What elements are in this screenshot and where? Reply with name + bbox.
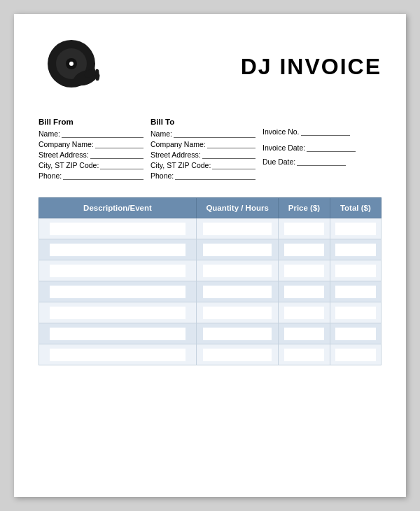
table-cell[interactable]	[330, 302, 381, 323]
bill-to-col: Bill To Name: Company Name: Street Addre…	[150, 118, 255, 182]
table-cell[interactable]	[330, 344, 381, 365]
table-row	[39, 302, 382, 323]
col-header-qty: Quantity / Hours	[196, 198, 278, 218]
bill-to-street-field[interactable]	[202, 150, 255, 159]
table-cell[interactable]	[39, 260, 197, 281]
bill-to-name-field[interactable]	[174, 130, 255, 138]
table-cell[interactable]	[330, 281, 381, 302]
table-row	[39, 323, 382, 344]
bill-to-name-row: Name:	[150, 130, 255, 138]
bill-to-company-field[interactable]	[207, 140, 255, 148]
table-cell[interactable]	[39, 281, 197, 302]
bill-from-city-label: City, ST ZIP Code:	[38, 161, 99, 169]
table-cell[interactable]	[279, 302, 330, 323]
invoice-no-field[interactable]	[301, 127, 350, 136]
table-cell[interactable]	[39, 302, 197, 323]
table-cell[interactable]	[196, 239, 278, 260]
bill-from-street-label: Street Address:	[38, 150, 89, 159]
bill-from-phone-label: Phone:	[38, 172, 62, 180]
table-row	[39, 260, 382, 281]
table-cell[interactable]	[39, 344, 197, 365]
header: DJ INVOICE	[38, 35, 382, 98]
table-cell[interactable]	[39, 218, 197, 239]
invoice-title: DJ INVOICE	[115, 54, 382, 80]
col-header-total: Total ($)	[330, 198, 381, 218]
bill-from-company-row: Company Name:	[38, 140, 144, 148]
bill-from-street-field[interactable]	[90, 150, 144, 159]
due-date-label: Due Date:	[262, 158, 295, 166]
bill-from-city-field[interactable]	[100, 161, 144, 169]
bill-to-company-row: Company Name:	[150, 140, 255, 148]
table-cell[interactable]	[330, 218, 381, 239]
bill-from-company-field[interactable]	[95, 140, 144, 148]
table-row	[39, 281, 382, 302]
table-cell[interactable]	[39, 323, 197, 344]
invoice-info-col: Invoice No. Invoice Date: Due Date:	[262, 118, 382, 182]
table-cell[interactable]	[196, 344, 278, 365]
dj-logo-icon	[42, 37, 112, 97]
invoice-page: DJ INVOICE Bill From Name: Company Name:…	[14, 14, 406, 497]
bill-to-phone-row: Phone:	[150, 172, 255, 180]
svg-point-3	[69, 62, 74, 66]
logo-area	[38, 35, 115, 98]
bill-to-street-row: Street Address:	[150, 150, 255, 159]
table-cell[interactable]	[330, 239, 381, 260]
due-date-field[interactable]	[297, 158, 346, 166]
invoice-date-field[interactable]	[307, 144, 356, 152]
bill-from-street-row: Street Address:	[38, 150, 144, 159]
invoice-date-label: Invoice Date:	[262, 144, 305, 152]
table-cell[interactable]	[279, 344, 330, 365]
bill-to-phone-field[interactable]	[175, 172, 255, 180]
bill-to-city-field[interactable]	[212, 161, 255, 169]
table-row	[39, 239, 382, 260]
bill-to-city-label: City, ST ZIP Code:	[150, 161, 211, 169]
table-cell[interactable]	[39, 239, 197, 260]
table-row	[39, 218, 382, 239]
due-date-row: Due Date:	[262, 158, 382, 166]
table-cell[interactable]	[196, 218, 278, 239]
table-header-row: Description/Event Quantity / Hours Price…	[39, 198, 382, 218]
table-cell[interactable]	[279, 281, 330, 302]
bill-from-col: Bill From Name: Company Name: Street Add…	[38, 118, 144, 182]
bill-from-phone-field[interactable]	[63, 172, 144, 180]
bill-to-street-label: Street Address:	[150, 150, 201, 159]
table-cell[interactable]	[196, 260, 278, 281]
invoice-date-row: Invoice Date:	[262, 144, 382, 152]
invoice-table: Description/Event Quantity / Hours Price…	[38, 197, 382, 365]
table-cell[interactable]	[196, 302, 278, 323]
bill-from-city-row: City, ST ZIP Code:	[38, 161, 144, 169]
table-cell[interactable]	[279, 218, 330, 239]
bill-to-name-label: Name:	[150, 130, 172, 138]
table-cell[interactable]	[279, 260, 330, 281]
invoice-no-row: Invoice No.	[262, 127, 382, 136]
invoice-no-label: Invoice No.	[262, 127, 300, 136]
table-cell[interactable]	[330, 323, 381, 344]
table-cell[interactable]	[330, 260, 381, 281]
bill-from-phone-row: Phone:	[38, 172, 144, 180]
bill-to-company-label: Company Name:	[150, 140, 206, 148]
bill-to-phone-label: Phone:	[150, 172, 174, 180]
bill-from-name-field[interactable]	[62, 130, 144, 138]
bill-from-company-label: Company Name:	[38, 140, 94, 148]
col-header-desc: Description/Event	[39, 198, 197, 218]
bill-to-city-row: City, ST ZIP Code:	[150, 161, 255, 169]
bill-from-name-row: Name:	[38, 130, 144, 138]
table-row	[39, 344, 382, 365]
table-cell[interactable]	[196, 281, 278, 302]
col-header-price: Price ($)	[279, 198, 330, 218]
table-cell[interactable]	[279, 239, 330, 260]
bill-from-name-label: Name:	[38, 130, 60, 138]
table-cell[interactable]	[196, 323, 278, 344]
table-cell[interactable]	[279, 323, 330, 344]
bill-from-title: Bill From	[38, 118, 144, 126]
billing-section: Bill From Name: Company Name: Street Add…	[38, 118, 382, 182]
bill-to-title: Bill To	[150, 118, 255, 126]
